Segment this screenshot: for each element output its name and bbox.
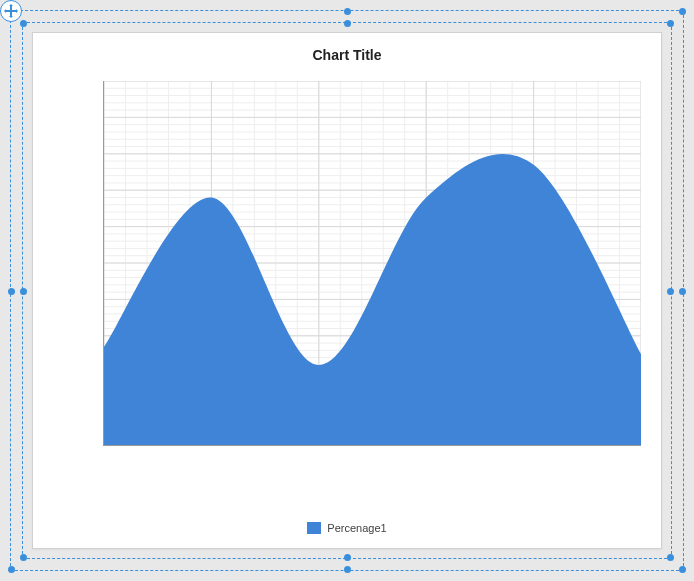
y-tick-label: 60 xyxy=(103,221,104,233)
y-tick-label: 10 xyxy=(103,403,104,415)
resize-handle-inner-bm[interactable] xyxy=(344,554,351,561)
resize-handle-inner-rm[interactable] xyxy=(667,288,674,295)
y-tick-label: 20 xyxy=(103,366,104,378)
x-tick-label: D xyxy=(422,445,430,446)
resize-handle-bl[interactable] xyxy=(8,566,15,573)
resize-handle-rm[interactable] xyxy=(679,288,686,295)
y-tick-label: 80 xyxy=(103,148,104,160)
resize-handle-inner-lm[interactable] xyxy=(20,288,27,295)
x-tick-label: F xyxy=(638,445,641,446)
resize-handle-inner-bl[interactable] xyxy=(20,554,27,561)
y-tick-label: 50 xyxy=(103,257,104,269)
x-tick-label: B xyxy=(208,445,215,446)
x-tick-label: A xyxy=(103,445,108,446)
y-tick-label: 100 xyxy=(103,81,104,87)
move-handle[interactable] xyxy=(0,0,22,22)
resize-handle-tr[interactable] xyxy=(679,8,686,15)
y-tick-label: 90 xyxy=(103,111,104,123)
resize-handle-inner-tl[interactable] xyxy=(20,20,27,27)
legend-label-0: Percenage1 xyxy=(327,522,386,534)
y-tick-label: 30 xyxy=(103,330,104,342)
resize-handle-lm[interactable] xyxy=(8,288,15,295)
chart-svg xyxy=(104,81,641,445)
chart-title: Chart Title xyxy=(33,47,661,63)
x-tick-label: E xyxy=(530,445,537,446)
x-tick-label: C xyxy=(315,445,323,446)
resize-handle-tm[interactable] xyxy=(344,8,351,15)
chart-card[interactable]: Chart Title 0102030405060708090100ABCDEF… xyxy=(32,32,662,549)
move-icon xyxy=(4,4,18,18)
plot-area-wrap: 0102030405060708090100ABCDEF xyxy=(73,73,641,468)
resize-handle-inner-tr[interactable] xyxy=(667,20,674,27)
plot-area: 0102030405060708090100ABCDEF xyxy=(103,81,641,446)
resize-handle-inner-br[interactable] xyxy=(667,554,674,561)
resize-handle-inner-tm[interactable] xyxy=(344,20,351,27)
resize-handle-br[interactable] xyxy=(679,566,686,573)
legend: Percenage1 xyxy=(33,522,661,534)
y-tick-label: 40 xyxy=(103,293,104,305)
resize-handle-bm[interactable] xyxy=(344,566,351,573)
y-tick-label: 70 xyxy=(103,184,104,196)
legend-swatch-0 xyxy=(307,522,321,534)
